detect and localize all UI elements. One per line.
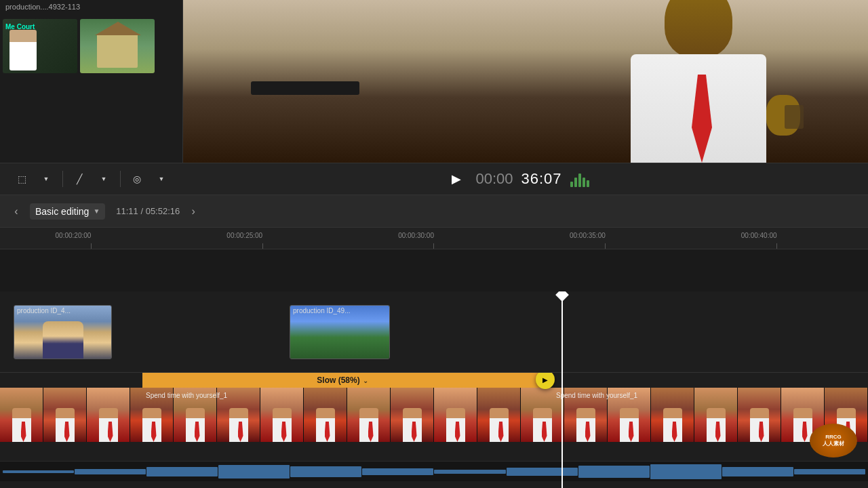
- timeline-header: ‹ Basic editing ▼ 11:11 / 05:52:16 ›: [0, 195, 868, 228]
- target-chevron-button[interactable]: ▼: [151, 168, 172, 190]
- track-video: production ID_4... production ID_49...: [0, 291, 868, 373]
- ruler-tick-5: 00:00:40:00: [691, 228, 863, 249]
- media-panel-title: production....4932-113: [5, 3, 80, 11]
- filmstrip: [0, 388, 868, 442]
- ruler-line-3: [433, 243, 434, 249]
- track-main-video: Slow (58%) ⌄ ▶ Spend time with yourself_…: [0, 373, 868, 461]
- toolbar: ⬚ ▼ ╱ ▼ ◎ ▼ ▶ 00:00 36:07: [0, 163, 868, 195]
- toolbar-center: ▶ 00:00 36:07: [178, 168, 857, 190]
- wave-6: [362, 468, 433, 475]
- timecode-total: 36:07: [521, 170, 562, 188]
- ruler-line-2: [262, 243, 263, 249]
- selection-tool-button[interactable]: ⬚: [11, 168, 33, 190]
- chevron-down-icon-2: ▼: [101, 176, 107, 182]
- wave-9: [578, 466, 650, 478]
- ruler-line-1: [91, 243, 92, 249]
- project-dropdown[interactable]: Basic editing ▼: [30, 203, 105, 220]
- wave-3: [146, 467, 218, 476]
- wave-12: [794, 469, 865, 474]
- wave-8: [507, 468, 578, 476]
- toolbar-divider-2: [120, 171, 121, 187]
- media-thumb-1[interactable]: Me Court: [3, 19, 77, 73]
- ruler-line-5: [776, 243, 777, 249]
- filmstrip-label-left: Spend time with yourself_1: [146, 392, 227, 399]
- ruler-label-5: 00:00:40:00: [741, 232, 777, 239]
- ruler-tick-3: 00:00:30:00: [349, 228, 520, 249]
- ruler-line-4: [605, 243, 606, 249]
- clip-production-id-4[interactable]: production ID_4...: [14, 305, 112, 359]
- timeline-ruler: 00:00:20:00 00:00:25:00 00:00:30:00 00:0…: [0, 228, 868, 249]
- clip-prod49-label: production ID_49...: [293, 307, 351, 314]
- top-section: production....4932-113 Me Court: [0, 0, 868, 163]
- playhead: [561, 291, 563, 488]
- target-icon: ◎: [133, 174, 141, 184]
- project-name-label: Basic editing: [35, 206, 89, 217]
- ruler-label-1: 00:00:20:00: [56, 232, 92, 239]
- filmstrip-label-right: Spend time with yourself_1: [556, 392, 637, 399]
- preview-panel: [183, 0, 868, 163]
- trim-tool-button[interactable]: ╱: [68, 168, 90, 190]
- film-frame-10: [391, 388, 434, 442]
- ruler-label-4: 00:00:35:00: [570, 232, 606, 239]
- waveform: [0, 462, 868, 481]
- wave-4: [218, 465, 290, 479]
- audio-bar-3: [578, 174, 581, 187]
- clip-prod4-person: [43, 321, 83, 359]
- preview-video: [183, 0, 868, 163]
- project-chevron-icon: ▼: [93, 207, 100, 215]
- film-frame-9: [347, 388, 391, 442]
- target-tool-button[interactable]: ◎: [126, 168, 148, 190]
- bg-device: [251, 81, 359, 95]
- toolbar-left: ⬚ ▼ ╱ ▼ ◎ ▼: [11, 168, 172, 190]
- film-frame-7: [260, 388, 304, 442]
- audio-bar-2: [574, 178, 577, 187]
- chevron-down-icon: ▼: [43, 176, 50, 182]
- timeline-timecode: 11:11 / 05:52:16: [116, 206, 180, 216]
- trim-chevron-button[interactable]: ▼: [93, 168, 115, 190]
- wave-5: [290, 466, 361, 477]
- wave-7: [434, 470, 505, 474]
- film-frame-2: [43, 388, 87, 442]
- film-frame-16: [651, 388, 694, 442]
- media-thumb-2[interactable]: [80, 19, 155, 73]
- rrcg-watermark: RRCG人人素材: [810, 424, 857, 458]
- toolbar-divider-1: [62, 171, 63, 187]
- film-frame-3: [87, 388, 130, 442]
- film-frame-11: [434, 388, 477, 442]
- thumb2-house: [97, 34, 138, 68]
- rrcg-text: RRCG人人素材: [823, 434, 844, 448]
- ruler-label-3: 00:00:30:00: [398, 232, 434, 239]
- wave-1: [3, 470, 74, 473]
- ruler-tick-2: 00:00:25:00: [177, 228, 349, 249]
- nav-next-button[interactable]: ›: [185, 203, 201, 220]
- thumb2-roof: [95, 22, 141, 35]
- clip-production-id-49[interactable]: production ID_49...: [290, 305, 390, 359]
- clip-prod4-label: production ID_4...: [17, 307, 71, 314]
- film-frame-1: [0, 388, 43, 442]
- wave-10: [650, 464, 722, 479]
- man-head: [665, 0, 732, 58]
- speed-bar[interactable]: Slow (58%) ⌄: [142, 373, 542, 388]
- film-frame-12: [477, 388, 521, 442]
- handle-icon: ▶: [542, 376, 548, 384]
- film-frame-8: [304, 388, 347, 442]
- wave-11: [722, 467, 793, 476]
- track-audio: [0, 461, 868, 481]
- audio-levels: [570, 171, 589, 187]
- film-frame-17: [694, 388, 738, 442]
- ruler-marks: 00:00:20:00 00:00:25:00 00:00:30:00 00:0…: [0, 228, 868, 249]
- selection-chevron-button[interactable]: ▼: [35, 168, 57, 190]
- timecode-elapsed: 00:00: [475, 170, 513, 188]
- selection-icon: ⬚: [18, 174, 26, 184]
- film-frame-18: [738, 388, 781, 442]
- play-button[interactable]: ▶: [446, 168, 467, 190]
- nav-prev-button[interactable]: ‹: [8, 203, 24, 220]
- speed-label: Slow (58%): [317, 375, 359, 385]
- audio-bar-1: [570, 182, 573, 187]
- man-figure: [610, 0, 814, 163]
- media-panel: production....4932-113 Me Court: [0, 0, 183, 163]
- speed-handle[interactable]: ▶: [536, 373, 555, 389]
- media-thumbnails: Me Court: [0, 0, 182, 76]
- man-glass: [785, 105, 804, 129]
- audio-bar-4: [583, 178, 585, 187]
